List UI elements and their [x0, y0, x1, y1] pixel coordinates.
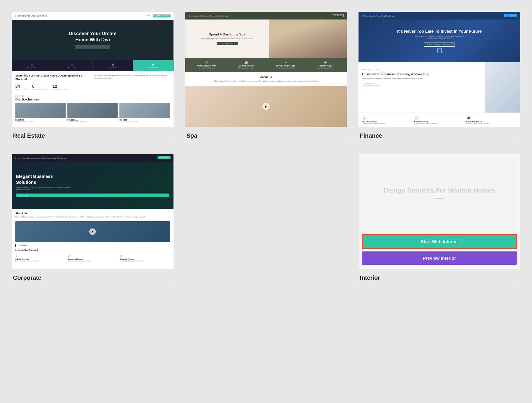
- fin-nav: GET STARTED: [504, 14, 517, 17]
- spa-service-2-title: DETOX & WEIGHT LOSS: [267, 65, 304, 67]
- corp-service-1-text: Lorem ipsum dolor sit amet consectetur: [68, 260, 118, 262]
- re-listing-1-info: 3 Offices · 1 Bath · 1440 SqFt: [67, 121, 118, 123]
- re-listing-2-img: [119, 103, 170, 118]
- spa-hero-image: [269, 20, 347, 58]
- spa-hero-title: Spend A Day at the Spa: [209, 32, 245, 36]
- fin-body-btn[interactable]: VIEW SERVICES: [362, 82, 379, 85]
- fin-icon-1: 📈 Portfolio Diversity Lorem ipsum dolor …: [414, 115, 465, 125]
- spa-service-1-icon: 🌸: [228, 61, 265, 64]
- spa-logo: ⊙ Home About Us Services Retreats Blog C…: [188, 15, 228, 17]
- interior-headline: Design Services For Modern Homes: [384, 187, 495, 194]
- corp-arrow-1-icon: ↗: [68, 255, 118, 258]
- re-nav: f ✦ in SUBMIT LISTING: [146, 14, 171, 17]
- fin-hero-btn[interactable]: SCHEDULE A FREE CONSULTATION: [424, 43, 455, 47]
- fin-body-small: WELCOME TO DIVI: [362, 69, 380, 70]
- corp-play-button[interactable]: ▶: [89, 228, 96, 235]
- re-top-btn[interactable]: SUBMIT LISTING: [153, 14, 171, 17]
- fin-icons-row: 📊 Financial Planning Lorem ipsum dolor s…: [359, 113, 520, 127]
- spa-hero-right-img: [269, 20, 347, 58]
- preview-interior-button[interactable]: Preview Interior: [362, 251, 517, 265]
- fin-body: WELCOME TO DIVI Customized Financial Pla…: [359, 62, 520, 113]
- fin-top-btn[interactable]: GET STARTED: [504, 14, 517, 17]
- fin-hero: It's Never Too Late To Invest In Your Fu…: [359, 20, 520, 62]
- re-listing-2: $650,000 4 Bed · 4 baths · 2360 SqFt: [119, 103, 170, 123]
- spa-service-2-icon: ≡: [267, 61, 304, 64]
- corp-video: ▶: [15, 221, 170, 242]
- corporate-preview: ⊙ Home About Services Services Case Stud…: [12, 154, 173, 269]
- spa-nav: BOOK NOW: [332, 14, 344, 17]
- re-body: Searching For Your Dream Home Doesn't Ne…: [12, 71, 173, 93]
- spa-service-3: ✛ HOLISTIC FLOW Lorem ipsum dolor sit am…: [307, 61, 344, 69]
- interior-card: Design Services For Modern Homes Start W…: [359, 154, 520, 284]
- interior-preview-inner: Design Services For Modern Homes: [359, 154, 520, 234]
- corp-service-0-text: Lorem ipsum dolor sit amet consectetur: [15, 260, 65, 262]
- corp-service-1-title: Strategy & Planning: [68, 258, 118, 260]
- real-estate-preview: ⊙ Home Listings Blog Map Contact f ✦ in …: [12, 12, 173, 127]
- real-estate-card: ⊙ Home Listings Blog Map Contact f ✦ in …: [12, 12, 173, 142]
- spa-service-3-icon: ✛: [307, 61, 344, 64]
- spa-hero-btn[interactable]: SCHEDULE A SESSION: [217, 42, 238, 45]
- re-action-list[interactable]: ⊞ LIST A HOME: [93, 60, 133, 71]
- spa-service-0-title: FACIAL AND SKIN CARE: [188, 65, 226, 67]
- re-listings: $1,250,000 4 beds · 3 baths · 3,120 SqFt…: [15, 103, 170, 123]
- fin-icon-2: 💼 Wealth Management Lorem ipsum dolor si…: [466, 115, 517, 125]
- re-action-rent[interactable]: ⌂ RENT A HOME: [52, 60, 93, 71]
- corp-service-2-title: Budget & Finance: [120, 258, 170, 260]
- re-body-text: An elevated team of experienced and lice…: [94, 74, 170, 79]
- corp-about-title: About Us: [15, 212, 170, 215]
- corp-hero: Elegant Business Solutions The best goal…: [12, 162, 173, 209]
- re-hero: Discover Your DreamHome With Divi: [12, 20, 173, 60]
- corp-about: About Us We are dedicated to empowering …: [12, 209, 173, 221]
- fin-icon-0-text: Lorem ipsum dolor sit amet consectetur: [362, 123, 412, 125]
- spa-hero: Spend A Day at the Spa Vitae porttitor a…: [185, 20, 347, 58]
- re-stat-0-num: 84: [15, 84, 28, 89]
- re-hero-search: [75, 45, 110, 49]
- fin-icon-2-text: Lorem ipsum dolor sit amet consectetur: [466, 123, 517, 125]
- re-exclusives: Listings Divi Exclusives $1,250,000 4 be…: [12, 93, 173, 124]
- spa-about-title: About Us: [189, 76, 343, 79]
- fin-logo: ⊙ Home About Services Blog Blog Contact: [361, 15, 395, 17]
- corp-top-btn[interactable]: CONTACT US: [158, 156, 171, 159]
- corp-hero-btn[interactable]: LEARN MORE: [16, 194, 169, 197]
- re-stats: 84 AREAS COVERED 6 REAL ESTATE AGENTS 12…: [15, 84, 170, 90]
- corp-arrow-2-icon: ↗: [120, 255, 170, 258]
- corp-learn-btn[interactable]: LEARN MORE: [15, 244, 170, 247]
- corp-arrow-0-icon: ↗: [15, 255, 65, 258]
- start-with-interior-button[interactable]: Start With Interior: [362, 234, 517, 249]
- re-listing-0-info: 4 beds · 3 baths · 3,120 SqFt: [15, 121, 66, 123]
- spa-service-1: 🌸 MASSAGE THERAPY Lorem ipsum dolor sit …: [228, 61, 265, 69]
- corp-about-text: We are dedicated to empowering businesse…: [15, 216, 170, 218]
- interior-dash: [435, 198, 444, 199]
- re-stat-2: 12 COUNTRIES SERVED: [53, 84, 68, 90]
- spa-play-button[interactable]: ▶: [262, 103, 270, 110]
- spa-service-0: 🌿 FACIAL AND SKIN CARE Lorem ipsum dolor…: [188, 61, 226, 69]
- spa-top-btn[interactable]: BOOK NOW: [332, 14, 344, 17]
- fin-hero-square: [437, 48, 442, 53]
- re-hero-title: Discover Your DreamHome With Divi: [69, 31, 116, 43]
- re-stat-1-label: REAL ESTATE AGENTS: [32, 89, 48, 90]
- real-estate-label: Real Estate: [12, 127, 173, 142]
- re-action-new[interactable]: ★ NEW LISTINGS: [133, 60, 173, 71]
- spa-image-section: ▶: [185, 86, 347, 127]
- corp-nav: CONTACT US: [158, 156, 171, 159]
- re-action-list-label: LIST A HOME: [108, 67, 117, 69]
- re-listing-2-info: 4 Bed · 4 baths · 2360 SqFt: [119, 121, 170, 123]
- spa-about-text: At Divi, we provide a sanctuary of relax…: [189, 80, 343, 82]
- spa-service-1-title: MASSAGE THERAPY: [228, 65, 265, 67]
- spa-services: 🌿 FACIAL AND SKIN CARE Lorem ipsum dolor…: [185, 58, 347, 72]
- re-action-buy[interactable]: ⌂ BUY A HOME: [12, 60, 52, 71]
- re-listing-0-img: [15, 103, 66, 118]
- fin-body-text: Lorem ipsum dolor sit amet, consectetur …: [362, 78, 481, 80]
- corp-hero-title: Elegant Business Solutions: [16, 173, 63, 185]
- interior-label: Interior: [359, 269, 520, 284]
- list-icon: ⊞: [111, 63, 114, 66]
- corp-topbar: ⊙ Home About Services Services Case Stud…: [12, 154, 173, 162]
- corp-service-2: ↗ Budget & Finance Lorem ipsum dolor sit…: [120, 255, 170, 262]
- re-stat-0: 84 AREAS COVERED: [15, 84, 28, 90]
- corp-service-2-text: Lorem ipsum dolor sit amet consectetur: [120, 260, 170, 262]
- re-stat-2-label: COUNTRIES SERVED: [53, 89, 68, 90]
- finance-card: ⊙ Home About Services Blog Blog Contact …: [359, 12, 520, 142]
- re-action-new-label: NEW LISTINGS: [148, 67, 158, 69]
- fin-body-image: [485, 62, 520, 113]
- re-topbar: ⊙ Home Listings Blog Map Contact f ✦ in …: [12, 12, 173, 20]
